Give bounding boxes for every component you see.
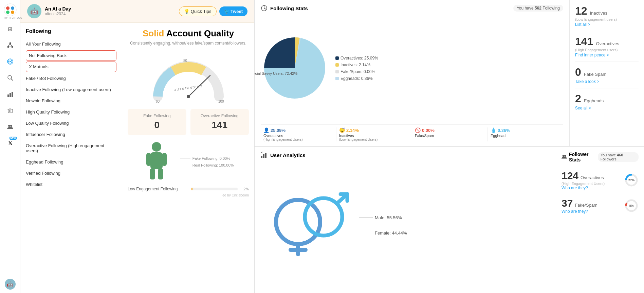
svg-rect-33 xyxy=(150,152,163,169)
following-stats-section: Following Stats You have 562 Following xyxy=(255,0,644,146)
content-area: Following All Your Following Not Followi… xyxy=(20,23,254,293)
pie-social-savvy-label: Social Savvy Users: 72.42% xyxy=(255,71,297,75)
score-area: Solid Account Quality Consistently engag… xyxy=(122,23,254,293)
svg-point-31 xyxy=(187,95,190,98)
grid-icon[interactable]: ⊞ xyxy=(5,24,15,34)
following-stats-title: Following Stats xyxy=(261,5,308,12)
nav-title: Following xyxy=(20,28,122,38)
circleboom-label: ed by Circleboom xyxy=(222,193,249,197)
svg-point-4 xyxy=(11,11,14,14)
overactive-following-value: 141 xyxy=(195,120,244,131)
bli-inactives-sub: (Low Engagement Users) xyxy=(339,138,409,141)
user-avatar-sidebar[interactable]: 🤖 xyxy=(5,279,16,290)
legend-fake-spam: Fake/Spam: 0.00% xyxy=(335,69,378,74)
eggheads-label: Eggheads xyxy=(584,98,604,103)
trash-icon[interactable] xyxy=(5,105,15,116)
inactives-label: Inactives xyxy=(590,11,607,16)
fsr-overactives-info: 124 Overactives (High Engagement Users) … xyxy=(562,170,624,190)
overactives-link[interactable]: Find inner peace > xyxy=(575,53,639,57)
eggheads-big: 2 xyxy=(575,92,581,105)
quick-tips-button[interactable]: 💡 Quick Tips xyxy=(179,6,216,16)
left-panel: 🤖 An AI a Day aitools2024 💡 Quick Tips 🐦… xyxy=(20,0,255,293)
fake-pct-circle: 8% xyxy=(624,199,639,213)
fake-following-value: 0 xyxy=(132,120,182,131)
svg-line-15 xyxy=(11,79,13,81)
following-stats-title-text: Following Stats xyxy=(270,5,308,11)
gauge-chart: OUTSTANDING 60 80 100 xyxy=(151,52,226,103)
nav-item-newbie[interactable]: Newbie Following xyxy=(20,95,122,106)
search-icon[interactable] xyxy=(5,73,15,83)
nav-item-whitelist[interactable]: Whitelist xyxy=(20,179,122,190)
svg-rect-39 xyxy=(263,154,264,158)
following-count: 562 xyxy=(535,6,541,11)
nav-item-high-quality[interactable]: High Quality Following xyxy=(20,106,122,118)
x-icon[interactable]: 𝕏 xyxy=(5,138,15,148)
svg-point-3 xyxy=(6,11,10,14)
svg-rect-19 xyxy=(8,109,12,113)
nodes-icon[interactable] xyxy=(5,40,15,50)
bli-fake-label: Fake/Spam xyxy=(415,134,485,138)
pie-area: Social Savvy Users: 72.42% Overactives: … xyxy=(261,15,563,122)
following-stats-inner: Following Stats You have 562 Following xyxy=(255,0,644,146)
nav-item-low-quality[interactable]: Low Quality Following xyxy=(20,118,122,129)
fake-pct-text: 8% xyxy=(629,204,633,207)
eggheads-link[interactable]: See all > xyxy=(575,106,639,110)
nav-item-fake-bot[interactable]: Fake / Bot Following xyxy=(20,73,122,84)
target-icon[interactable] xyxy=(5,56,15,67)
nav-item-all-following[interactable]: All Your Following xyxy=(20,38,122,50)
score-adjective: Solid xyxy=(143,28,164,38)
nav-item-overactive[interactable]: Overactive Following (High engagement us… xyxy=(20,140,122,156)
stat-row-overactives: 141 Overactives (High Engagement users) … xyxy=(575,31,639,62)
fsr-fake-spam-info: 37 Fake/Spam Who are they? xyxy=(562,197,624,214)
fsr-fake-link[interactable]: Who are they? xyxy=(562,209,624,214)
nav-item-egghead[interactable]: Egghead Following xyxy=(20,156,122,168)
nav-item-inactive[interactable]: Inactive Following (Low engagement users… xyxy=(20,84,122,95)
svg-text:80: 80 xyxy=(183,59,187,63)
fs-title-text: Follower Stats xyxy=(569,152,598,162)
nav-item-x-mutuals[interactable]: X Mutuals xyxy=(26,62,116,72)
chart-icon[interactable] xyxy=(5,89,15,99)
inactives-link[interactable]: List all > xyxy=(575,22,639,27)
svg-point-50 xyxy=(564,155,566,157)
people-icon[interactable] xyxy=(5,122,15,132)
fs-header: Follower Stats You have 460 Followers xyxy=(562,152,639,162)
nav-item-not-following-back[interactable]: Not Following Back xyxy=(26,50,116,61)
fake-spam-link[interactable]: Take a look > xyxy=(575,79,639,84)
fsr-fake-spam: 37 Fake/Spam Who are they? 8% xyxy=(562,194,639,217)
bli-egghead: 💧 0.36% Egghead xyxy=(488,127,563,141)
female-label: Female: 44.44% xyxy=(359,230,407,236)
bli-egghead-label: Egghead xyxy=(491,134,560,138)
svg-point-2 xyxy=(11,6,14,10)
tweet-button[interactable]: 🐦 Tweet xyxy=(219,6,248,16)
fsr-overactives-link[interactable]: Who are they? xyxy=(562,186,624,190)
overactive-following-card: Overactive Following 141 xyxy=(190,109,249,135)
bli-overactives-label: Overactives xyxy=(263,134,333,138)
ua-title: User Analytics xyxy=(270,152,306,158)
svg-line-41 xyxy=(261,152,263,153)
svg-point-1 xyxy=(6,6,10,10)
svg-point-42 xyxy=(276,200,320,244)
overactives-label: Overactives xyxy=(596,41,619,46)
user-avatar: 🤖 xyxy=(27,4,41,18)
fsr-overactives-sub: (High Engagement Users) xyxy=(562,182,624,186)
nav-item-influencer[interactable]: Influencer Following xyxy=(20,129,122,140)
bli-overactives-sub: (High Engagement Users) xyxy=(263,138,333,141)
svg-point-24 xyxy=(8,125,10,127)
bli-fake-pct: 0.00% xyxy=(422,128,435,133)
svg-line-9 xyxy=(10,44,12,46)
app-logo[interactable]: TWITTERTOOL xyxy=(4,3,17,16)
legend-overactives: Overactives: 25.09% xyxy=(335,56,378,61)
ua-header: User Analytics xyxy=(261,152,550,158)
progress-row: Low Engagement Following 2% xyxy=(128,187,249,191)
gender-labels: Male: 55.56% Female: 44.44% xyxy=(359,215,407,236)
stat-row-inactives: 12 Inactives (Low Engagement users) List… xyxy=(575,5,639,31)
bli-overactives-pct: 25.09% xyxy=(271,128,286,133)
svg-rect-16 xyxy=(7,94,9,97)
bli-overactives: 👤 25.09% Overactives (High Engagement Us… xyxy=(261,127,336,141)
fake-spam-label: Fake Spam xyxy=(584,72,606,77)
bli-egghead-pct: 0.36% xyxy=(498,128,510,133)
fs-title: Follower Stats xyxy=(562,152,598,162)
nav-item-verified[interactable]: Verified Following xyxy=(20,168,122,179)
progress-pct: 2% xyxy=(240,187,249,191)
stat-row-eggheads: 2 Eggheads See all > xyxy=(575,88,639,115)
